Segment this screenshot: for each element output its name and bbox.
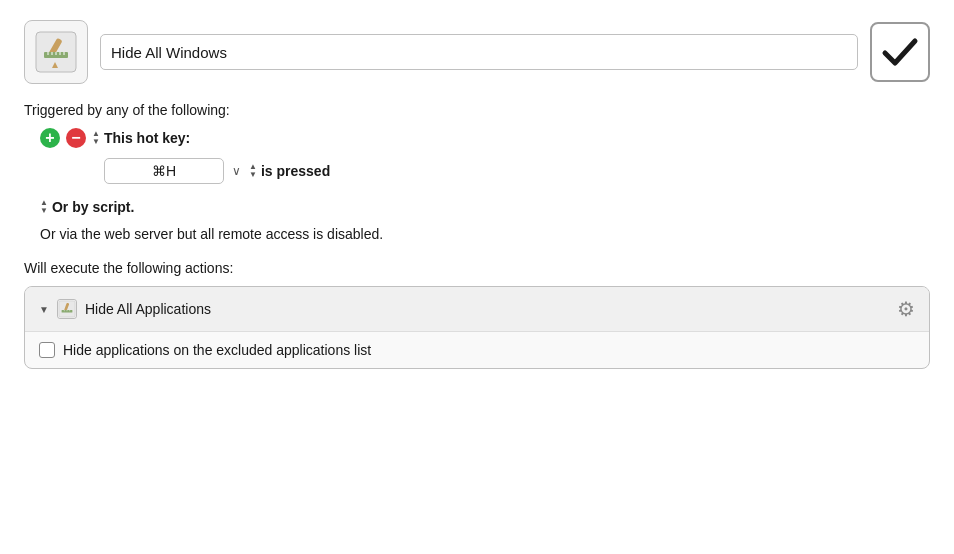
is-pressed-label: ▲ ▼ is pressed xyxy=(249,162,330,180)
triggered-by-label: Triggered by any of the following: xyxy=(24,102,930,118)
action-body: Hide applications on the excluded applic… xyxy=(25,332,929,368)
exclude-apps-checkbox[interactable] xyxy=(39,342,55,358)
is-pressed-text: is pressed xyxy=(261,163,330,179)
web-server-note: Or via the web server but all remote acc… xyxy=(40,226,930,242)
script-label: Or by script. xyxy=(52,199,134,215)
app-icon xyxy=(24,20,88,84)
action-box: ▼ Hide All Applications ⚙ Hide applicati… xyxy=(24,286,930,369)
dropdown-chevron-icon: ∨ xyxy=(232,164,241,178)
header-row: Hide All Windows xyxy=(24,20,930,84)
action-header: ▼ Hide All Applications ⚙ xyxy=(25,287,929,332)
execute-label: Will execute the following actions: xyxy=(24,260,930,276)
action-app-icon xyxy=(57,299,77,319)
add-trigger-button[interactable]: + xyxy=(40,128,60,148)
gear-icon[interactable]: ⚙ xyxy=(897,297,915,321)
action-header-left: ▼ Hide All Applications xyxy=(39,299,211,319)
action-name: Hide All Applications xyxy=(85,301,211,317)
exclude-apps-label: Hide applications on the excluded applic… xyxy=(63,342,371,358)
hotkey-section-label: This hot key: xyxy=(104,130,190,146)
script-stepper-icon[interactable]: ▲ ▼ xyxy=(40,198,48,216)
key-dropdown[interactable]: ∨ xyxy=(232,164,241,178)
stepper-arrows-icon: ▲ ▼ xyxy=(92,129,100,147)
is-pressed-stepper-icon[interactable]: ▲ ▼ xyxy=(249,162,257,180)
workflow-title-input[interactable]: Hide All Windows xyxy=(100,34,858,70)
remove-trigger-button[interactable]: − xyxy=(66,128,86,148)
keybind-row: ⌘H ∨ ▲ ▼ is pressed xyxy=(104,158,930,184)
script-row: ▲ ▼ Or by script. xyxy=(40,198,930,216)
collapse-triangle-icon[interactable]: ▼ xyxy=(39,304,49,315)
key-combo-display: ⌘H xyxy=(104,158,224,184)
hotkey-stepper[interactable]: ▲ ▼ This hot key: xyxy=(92,129,190,147)
hotkey-trigger-row: + − ▲ ▼ This hot key: xyxy=(40,128,930,148)
enabled-checkmark[interactable] xyxy=(870,22,930,82)
